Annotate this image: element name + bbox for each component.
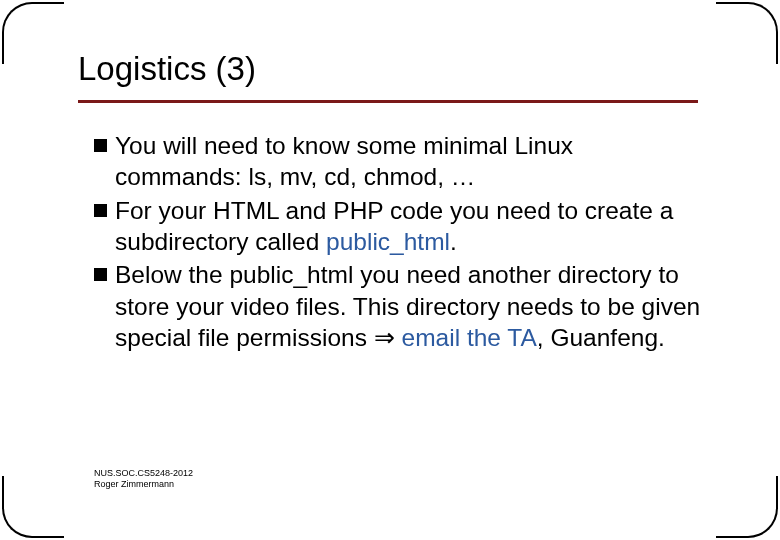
slide-content: You will need to know some minimal Linux… [94, 130, 704, 356]
footer-line-1: NUS.SOC.CS5248-2012 [94, 468, 193, 479]
highlight-text: public_html [326, 228, 450, 255]
square-bullet-icon [94, 204, 107, 217]
square-bullet-icon [94, 268, 107, 281]
corner-decoration [716, 476, 778, 538]
text-segment: You will need to know some minimal Linux… [115, 132, 573, 190]
arrow-icon: ⇒ [374, 324, 395, 351]
footer-line-2: Roger Zimmermann [94, 479, 193, 490]
text-segment: , Guanfeng. [537, 324, 665, 351]
square-bullet-icon [94, 139, 107, 152]
bullet-text: You will need to know some minimal Linux… [115, 130, 704, 193]
title-underline [78, 100, 698, 103]
text-segment [395, 324, 402, 351]
slide-footer: NUS.SOC.CS5248-2012 Roger Zimmermann [94, 468, 193, 491]
bullet-text: Below the public_html you need another d… [115, 259, 704, 353]
text-segment: . [450, 228, 457, 255]
corner-decoration [716, 2, 778, 64]
highlight-text: email the TA [402, 324, 537, 351]
bullet-item: For your HTML and PHP code you need to c… [94, 195, 704, 258]
slide: Logistics (3) You will need to know some… [0, 0, 780, 540]
slide-title: Logistics (3) [78, 50, 256, 88]
bullet-item: You will need to know some minimal Linux… [94, 130, 704, 193]
corner-decoration [2, 2, 64, 64]
bullet-item: Below the public_html you need another d… [94, 259, 704, 353]
corner-decoration [2, 476, 64, 538]
bullet-text: For your HTML and PHP code you need to c… [115, 195, 704, 258]
